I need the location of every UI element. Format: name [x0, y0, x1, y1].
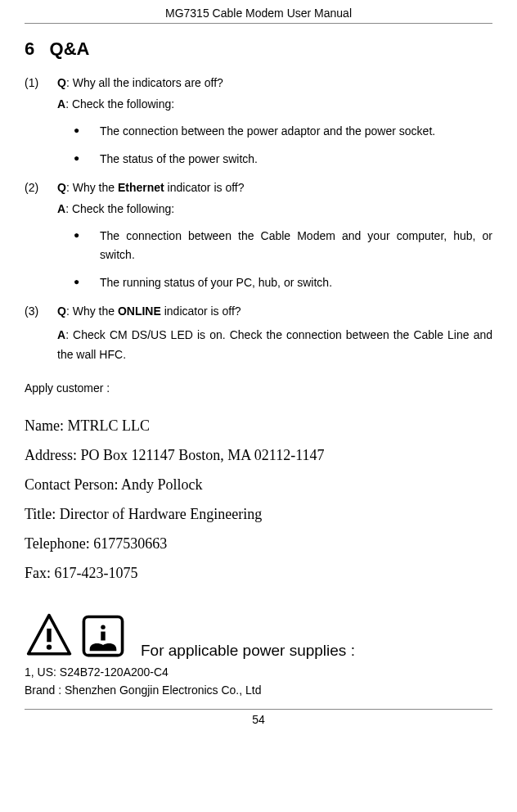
- bullet-item: The connection between the power adaptor…: [74, 122, 492, 142]
- bullet-item: The connection between the Cable Modem a…: [74, 227, 492, 266]
- apply-customer-label: Apply customer :: [25, 381, 492, 395]
- section-title: Q&A: [50, 38, 90, 59]
- a-label: A: [57, 97, 65, 111]
- qa-item: (3) Q: Why the ONLINE indicator is off? …: [25, 304, 492, 365]
- svg-rect-1: [47, 629, 51, 642]
- contact-address: Address: PO Box 121147 Boston, MA 02112-…: [25, 440, 492, 470]
- question-line: (2) Q: Why the Ethernet indicator is off…: [25, 181, 492, 194]
- page-number: 54: [252, 713, 265, 726]
- page-footer: 54: [25, 709, 492, 726]
- a-label: A: [57, 328, 65, 341]
- svg-point-4: [101, 625, 105, 629]
- svg-point-2: [47, 644, 52, 649]
- contact-person: Contact Person: Andy Pollock: [25, 470, 492, 499]
- qa-item: (2) Q: Why the Ethernet indicator is off…: [25, 181, 492, 293]
- answer-bullets: The connection between the power adaptor…: [74, 122, 492, 169]
- supply-line-1: 1, US: S24B72-120A200-C4: [25, 663, 492, 681]
- page-header: MG7315 Cable Modem User Manual: [25, 0, 492, 24]
- question-text: Q: Why the Ethernet indicator is off?: [57, 181, 245, 194]
- answer-bullets: The connection between the Cable Modem a…: [74, 227, 492, 293]
- warning-triangle-icon: [25, 612, 74, 660]
- q-label: Q: [57, 76, 66, 89]
- question-text: Q: Why all the indicators are off?: [57, 76, 223, 89]
- question-line: (3) Q: Why the ONLINE indicator is off?: [25, 304, 492, 318]
- q-label: Q: [57, 304, 66, 318]
- contact-fax: Fax: 617-423-1075: [25, 558, 492, 588]
- contact-block: Name: MTRLC LLC Address: PO Box 121147 B…: [25, 411, 492, 588]
- warning-icons-row: For applicable power supplies :: [25, 612, 492, 660]
- question-text: Q: Why the ONLINE indicator is off?: [57, 304, 241, 318]
- question-number: (1): [25, 76, 57, 89]
- question-number: (2): [25, 181, 57, 194]
- answer-line: A: Check the following:: [57, 202, 492, 215]
- question-number: (3): [25, 304, 57, 318]
- section-number: 6: [25, 38, 34, 59]
- bullet-item: The status of the power switch.: [74, 150, 492, 169]
- contact-telephone: Telephone: 6177530663: [25, 529, 492, 558]
- supply-line-2: Brand : Shenzhen Gongjin Electronics Co.…: [25, 681, 492, 699]
- supply-info: 1, US: S24B72-120A200-C4 Brand : Shenzhe…: [25, 663, 492, 700]
- a-label: A: [57, 202, 65, 215]
- bullet-item: The running status of your PC, hub, or s…: [74, 273, 492, 293]
- qa-item: (1) Q: Why all the indicators are off? A…: [25, 76, 492, 169]
- q-label: Q: [57, 181, 66, 194]
- answer-text: A: Check CM DS/US LED is on. Check the c…: [57, 326, 492, 365]
- contact-name: Name: MTRLC LLC: [25, 411, 492, 440]
- manual-book-icon: [79, 612, 128, 660]
- document-page: MG7315 Cable Modem User Manual 6 Q&A (1)…: [0, 0, 517, 726]
- section-heading: 6 Q&A: [25, 38, 492, 60]
- contact-title: Title: Director of Hardware Engineering: [25, 499, 492, 529]
- power-supplies-label: For applicable power supplies :: [141, 642, 355, 660]
- svg-rect-5: [101, 631, 105, 640]
- question-line: (1) Q: Why all the indicators are off?: [25, 76, 492, 89]
- header-title: MG7315 Cable Modem User Manual: [165, 7, 352, 20]
- answer-line: A: Check the following:: [57, 97, 492, 111]
